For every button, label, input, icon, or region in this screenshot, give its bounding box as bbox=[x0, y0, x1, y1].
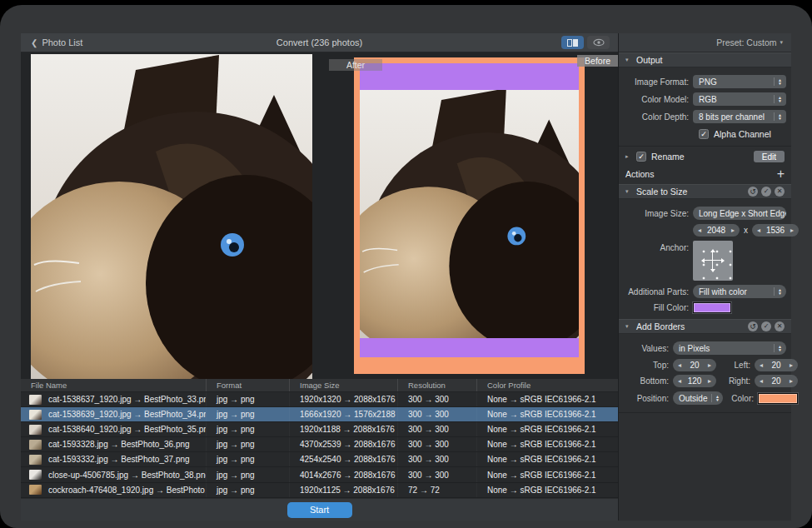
convert-pane: ❮ Photo List Convert (236 photos) bbox=[21, 33, 618, 521]
table-row[interactable]: cat-1538640_1920.jpg → BestPhoto_35.pngj… bbox=[21, 422, 618, 437]
border-bottom-label: Bottom: bbox=[625, 376, 669, 386]
stepper-increment-icon[interactable]: ▸ bbox=[708, 361, 711, 369]
file-name: cat-1538640_1920.jpg → BestPhoto_35.png bbox=[48, 425, 206, 434]
stepper-increment-icon[interactable]: ▸ bbox=[790, 227, 794, 234]
stepper-increment-icon[interactable]: ▸ bbox=[708, 377, 711, 385]
output-section-header[interactable]: ▾ Output bbox=[619, 52, 791, 67]
image-size-select[interactable]: Long Edge x Short Edge ▲▼ bbox=[693, 207, 786, 220]
file-table: File Name Format Image Size Resolution C… bbox=[21, 379, 618, 498]
resolution-cell: 300 → 300 bbox=[397, 422, 476, 436]
image-size-cell: 4370x2539 → 2088x1676 bbox=[289, 437, 397, 451]
back-to-photo-list-button[interactable]: ❮ Photo List bbox=[31, 37, 82, 47]
table-row[interactable]: cat-1538637_1920.jpg → BestPhoto_33.pngj… bbox=[21, 392, 618, 407]
border-top-stepper[interactable]: ◂ 20 ▸ bbox=[673, 359, 716, 371]
fill-band-bottom bbox=[360, 338, 579, 357]
table-row[interactable]: cat-1593328.jpg → BestPhoto_36.pngjpg → … bbox=[21, 437, 618, 452]
file-name: cat-1593328.jpg → BestPhoto_36.png bbox=[48, 440, 190, 449]
disclosure-open-icon[interactable]: ▾ bbox=[625, 188, 631, 195]
stepper-decrement-icon[interactable]: ◂ bbox=[698, 227, 701, 234]
resolution-cell: 300 → 300 bbox=[397, 467, 476, 481]
scale-section-header[interactable]: ▾ Scale to Size ↺ ✓ ✕ bbox=[619, 184, 791, 199]
scale-remove-button[interactable]: ✕ bbox=[775, 187, 785, 197]
borders-section-title: Add Borders bbox=[636, 321, 685, 331]
pane-title: Convert (236 photos) bbox=[21, 37, 618, 47]
table-row[interactable]: close-up-4506785.jpg → BestPhoto_38.pngj… bbox=[21, 467, 618, 482]
preset-dropdown[interactable]: Preset: Custom bbox=[716, 37, 776, 47]
border-top-label: Top: bbox=[625, 361, 669, 370]
border-left-stepper[interactable]: ◂ 20 ▸ bbox=[755, 359, 798, 371]
stepper-decrement-icon[interactable]: ◂ bbox=[678, 377, 681, 385]
file-thumbnail bbox=[29, 410, 42, 420]
borders-remove-button[interactable]: ✕ bbox=[775, 321, 785, 331]
color-profile-cell: None → sRGB IEC61966-2.1 bbox=[476, 392, 618, 406]
image-size-cell: 4014x2676 → 2088x1676 bbox=[289, 467, 397, 481]
preview-toggle-button[interactable] bbox=[587, 36, 610, 49]
border-bottom-value: 120 bbox=[688, 376, 702, 386]
color-depth-value: 8 bits per channel bbox=[699, 112, 765, 122]
rename-edit-button[interactable]: Edit bbox=[754, 151, 785, 162]
stepper-decrement-icon[interactable]: ◂ bbox=[757, 227, 760, 234]
color-model-select[interactable]: RGB ▲▼ bbox=[693, 92, 786, 106]
before-label: Before bbox=[577, 55, 618, 67]
borders-section-header[interactable]: ▾ Add Borders ↺ ✓ ✕ bbox=[619, 319, 791, 334]
image-format-select[interactable]: PNG ▲▼ bbox=[693, 75, 786, 88]
stepper-decrement-icon[interactable]: ◂ bbox=[760, 377, 763, 385]
file-name: cat-1593332.jpg → BestPhoto_37.png bbox=[48, 455, 190, 464]
color-profile-cell: None → sRGB IEC61966-2.1 bbox=[476, 407, 618, 421]
image-size-label: Image Size: bbox=[625, 209, 689, 218]
anchor-arrow-down-icon bbox=[710, 269, 715, 272]
stepper-increment-icon[interactable]: ▸ bbox=[790, 361, 793, 369]
border-right-value: 20 bbox=[771, 376, 780, 386]
anchor-grid-control[interactable] bbox=[693, 241, 733, 281]
image-size-cell: 1920x1320 → 2088x1676 bbox=[289, 392, 397, 406]
borders-reset-button[interactable]: ↺ bbox=[748, 321, 758, 331]
cat-photo-after bbox=[360, 90, 579, 338]
table-row[interactable]: cat-1538639_1920.jpg → BestPhoto_34.pngj… bbox=[21, 407, 618, 422]
stepper-increment-icon[interactable]: ▸ bbox=[731, 227, 735, 234]
select-arrows-icon: ▲▼ bbox=[715, 395, 720, 402]
border-color-well[interactable] bbox=[758, 393, 798, 404]
column-header-format[interactable]: Format bbox=[206, 379, 289, 391]
column-header-resolution[interactable]: Resolution bbox=[397, 379, 476, 391]
compare-view-button[interactable] bbox=[561, 36, 584, 49]
color-depth-select[interactable]: 8 bits per channel ▲▼ bbox=[693, 110, 786, 123]
disclosure-open-icon[interactable]: ▾ bbox=[625, 57, 631, 63]
scale-enable-button[interactable]: ✓ bbox=[761, 187, 771, 197]
border-bottom-stepper[interactable]: ◂ 120 ▸ bbox=[673, 375, 716, 387]
anchor-arrow-up-icon bbox=[710, 249, 715, 252]
resolution-cell: 300 → 300 bbox=[397, 452, 476, 466]
table-row[interactable]: cockroach-476408_1920.jpg → BestPhoto…jp… bbox=[21, 483, 618, 498]
file-table-header: File Name Format Image Size Resolution C… bbox=[21, 379, 618, 392]
column-header-image-size[interactable]: Image Size bbox=[289, 379, 397, 391]
file-name: cockroach-476408_1920.jpg → BestPhoto… bbox=[48, 486, 206, 495]
height-stepper[interactable]: ◂ 1536 ▸ bbox=[752, 224, 799, 237]
start-button[interactable]: Start bbox=[287, 502, 352, 518]
border-right-stepper[interactable]: ◂ 20 ▸ bbox=[755, 375, 798, 387]
column-header-file-name[interactable]: File Name bbox=[21, 379, 206, 391]
border-left-value: 20 bbox=[771, 361, 780, 370]
after-image bbox=[354, 57, 585, 374]
file-format-cell: jpg → png bbox=[206, 407, 289, 421]
alpha-channel-checkbox[interactable]: ✓ bbox=[699, 129, 709, 139]
image-size-cell: 4254x2540 → 2088x1676 bbox=[289, 452, 397, 466]
additional-parts-select[interactable]: Fill with color ▲▼ bbox=[693, 285, 786, 298]
position-select[interactable]: Outside ▲▼ bbox=[673, 391, 723, 405]
stepper-decrement-icon[interactable]: ◂ bbox=[760, 361, 763, 369]
table-row[interactable]: cat-1593332.jpg → BestPhoto_37.pngjpg → … bbox=[21, 452, 618, 467]
compare-icon bbox=[567, 39, 578, 47]
disclosure-open-icon[interactable]: ▾ bbox=[625, 323, 631, 330]
back-label: Photo List bbox=[42, 37, 82, 47]
column-header-color-profile[interactable]: Color Profile bbox=[476, 379, 618, 391]
file-thumbnail bbox=[29, 470, 42, 480]
stepper-increment-icon[interactable]: ▸ bbox=[790, 377, 793, 385]
additional-parts-label: Additional Parts: bbox=[625, 287, 689, 296]
width-stepper[interactable]: ◂ 2048 ▸ bbox=[693, 224, 740, 237]
values-select[interactable]: in Pixels ▲▼ bbox=[673, 341, 786, 355]
scale-reset-button[interactable]: ↺ bbox=[748, 187, 758, 197]
fill-color-well[interactable] bbox=[693, 302, 731, 313]
disclosure-closed-icon[interactable]: ▸ bbox=[625, 153, 631, 160]
add-action-button[interactable]: + bbox=[777, 168, 785, 180]
borders-enable-button[interactable]: ✓ bbox=[761, 321, 771, 331]
stepper-decrement-icon[interactable]: ◂ bbox=[678, 361, 681, 369]
rename-checkbox[interactable]: ✓ bbox=[636, 152, 646, 162]
